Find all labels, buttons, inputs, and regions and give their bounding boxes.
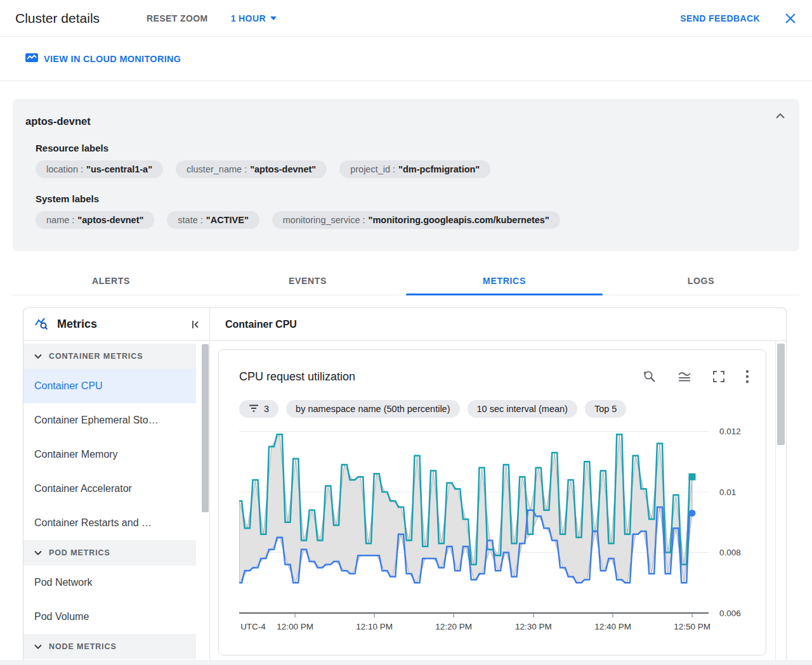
svg-text:12:20 PM: 12:20 PM [435, 622, 472, 631]
section-pod-metrics[interactable]: POD METRICS [23, 540, 196, 565]
tab-alerts[interactable]: ALERTS [13, 266, 209, 295]
svg-text:0.008: 0.008 [719, 548, 741, 557]
fullscreen-button[interactable] [712, 370, 726, 384]
section-label: POD METRICS [49, 548, 110, 557]
tab-metrics[interactable]: METRICS [406, 266, 603, 295]
reset-zoom-button[interactable]: RESET ZOOM [147, 13, 208, 23]
metrics-panel-header: Metrics [23, 308, 210, 340]
svg-text:0.01: 0.01 [719, 487, 736, 497]
collapse-card-button[interactable] [775, 113, 785, 119]
label-chip: location : "us-central1-a" [36, 160, 163, 178]
label-value: "us-central1-a" [86, 164, 152, 174]
sidebar-item-container-accelerator[interactable]: Container Accelerator [23, 472, 196, 506]
label-key: location : [46, 164, 83, 174]
svg-text:UTC-4: UTC-4 [240, 622, 266, 631]
labels-block: Resource labels location : "us-central1-… [36, 143, 787, 229]
tab-logs[interactable]: LOGS [603, 266, 799, 295]
label-key: name : [46, 215, 74, 225]
resource-labels-row: location : "us-central1-a" cluster_name … [36, 160, 787, 178]
section-container-metrics[interactable]: CONTAINER METRICS [23, 344, 196, 369]
label-chip: state : "ACTIVE" [167, 211, 259, 229]
resource-labels-heading: Resource labels [36, 143, 787, 153]
filter-list-icon [249, 404, 259, 414]
chart-area[interactable]: 12:00 PM12:10 PM12:20 PM12:30 PM12:40 PM… [239, 418, 767, 640]
page-bottom-strip [0, 660, 812, 665]
sidebar-item-container-cpu[interactable]: Container CPU [23, 369, 196, 403]
metrics-content: CPU request utilization [211, 342, 786, 660]
close-button[interactable] [784, 12, 797, 25]
section-node-metrics[interactable]: NODE METRICS [23, 634, 196, 659]
label-chip: project_id : "dm-pcfmigration" [339, 160, 490, 178]
label-value: "aptos-devnet" [250, 164, 316, 174]
interval-chip[interactable]: 10 sec interval (mean) [468, 400, 577, 418]
collapse-sidebar-button[interactable] [190, 320, 200, 330]
metrics-icon [34, 316, 49, 333]
filter-count-chip[interactable]: 3 [239, 400, 278, 418]
tab-events[interactable]: EVENTS [209, 266, 406, 295]
sidebar-item-container-ephemeral-storage[interactable]: Container Ephemeral Sto… [23, 403, 196, 437]
system-labels-heading: System labels [36, 193, 787, 204]
monitoring-link-row: VIEW IN CLOUD MONITORING [0, 37, 812, 81]
top-header: Cluster details RESET ZOOM 1 HOUR SEND F… [0, 0, 812, 37]
page-title: Cluster details [15, 11, 100, 26]
system-labels-row: name : "aptos-devnet" state : "ACTIVE" m… [36, 211, 787, 229]
label-value: "monitoring.googleapis.com/kubernetes" [369, 215, 549, 225]
content-scrollbar[interactable] [777, 344, 785, 445]
chevron-down-icon [34, 352, 42, 361]
topn-chip[interactable]: Top 5 [585, 400, 626, 418]
chart-type-icon [677, 377, 692, 386]
svg-text:12:40 PM: 12:40 PM [594, 622, 631, 631]
label-chip: name : "aptos-devnet" [36, 211, 154, 229]
panel-header: Metrics Container CPU [23, 308, 786, 341]
svg-text:12:50 PM: 12:50 PM [674, 622, 710, 631]
label-value: "dm-pcfmigration" [398, 164, 480, 174]
chart-title: CPU request utilization [239, 370, 355, 384]
more-options-icon [745, 376, 749, 385]
time-range-dropdown[interactable]: 1 HOUR [231, 13, 277, 23]
sidebar-item-container-memory[interactable]: Container Memory [23, 437, 196, 472]
svg-text:0.012: 0.012 [719, 427, 741, 436]
close-icon [784, 17, 797, 27]
cpu-chart-svg: 12:00 PM12:10 PM12:20 PM12:30 PM12:40 PM… [239, 418, 767, 637]
content-scrollbar-track [775, 342, 776, 660]
section-label: NODE METRICS [49, 642, 117, 651]
zoom-reset-icon [642, 377, 657, 386]
view-in-cloud-monitoring-link[interactable]: VIEW IN CLOUD MONITORING [25, 53, 181, 65]
label-value: "ACTIVE" [206, 215, 249, 225]
fullscreen-icon [712, 376, 726, 385]
label-chip: cluster_name : "aptos-devnet" [176, 160, 327, 178]
chevron-down-icon [34, 548, 42, 557]
section-label: CONTAINER METRICS [49, 352, 143, 361]
svg-text:12:00 PM: 12:00 PM [277, 622, 313, 631]
metrics-sidebar: CONTAINER METRICS Container CPU Containe… [23, 342, 210, 660]
cluster-name: aptos-devnet [25, 115, 787, 127]
svg-text:0.006: 0.006 [719, 609, 741, 618]
sidebar-scrollbar[interactable] [202, 344, 209, 512]
sidebar-item-pod-network[interactable]: Pod Network [23, 565, 196, 600]
collapse-left-icon [190, 322, 200, 332]
metrics-panel: Metrics Container CPU CONTAINER METRICS … [23, 307, 787, 660]
sidebar-item-pod-volume[interactable]: Pod Volume [23, 600, 196, 634]
monitoring-link-label: VIEW IN CLOUD MONITORING [44, 54, 181, 64]
chart-type-button[interactable] [677, 369, 692, 384]
svg-text:12:30 PM: 12:30 PM [515, 622, 552, 631]
sidebar-item-container-restarts[interactable]: Container Restarts and … [23, 506, 196, 540]
zoom-reset-button[interactable] [642, 369, 657, 384]
content-heading: Container CPU [210, 308, 786, 340]
label-key: monitoring_service : [283, 215, 365, 225]
label-key: state : [178, 215, 203, 225]
chart-card: CPU request utilization [218, 349, 766, 655]
sidebar-title: Metrics [57, 318, 97, 331]
chevron-down-icon [270, 16, 277, 20]
send-feedback-button[interactable]: SEND FEEDBACK [680, 13, 760, 23]
label-key: cluster_name : [187, 164, 247, 174]
cloud-monitoring-icon [25, 53, 38, 65]
svg-text:12:10 PM: 12:10 PM [356, 622, 393, 631]
filter-chips-row: 3 by namespace name (50th percentile) 10… [239, 400, 626, 418]
chevron-up-icon [775, 112, 785, 121]
label-chip: monitoring_service : "monitoring.googlea… [272, 211, 560, 229]
label-value: "aptos-devnet" [77, 215, 143, 225]
tab-bar: ALERTS EVENTS METRICS LOGS [13, 266, 799, 295]
more-options-button[interactable] [745, 370, 749, 384]
groupby-chip[interactable]: by namespace name (50th percentile) [286, 400, 459, 418]
